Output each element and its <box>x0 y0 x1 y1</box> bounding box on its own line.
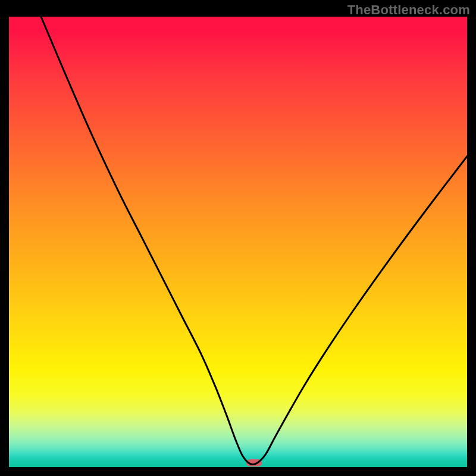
curve-path <box>41 17 467 465</box>
curve-svg <box>9 17 467 467</box>
plot-area <box>9 17 467 467</box>
chart-frame: TheBottleneck.com <box>0 0 476 476</box>
watermark-text: TheBottleneck.com <box>347 2 470 18</box>
